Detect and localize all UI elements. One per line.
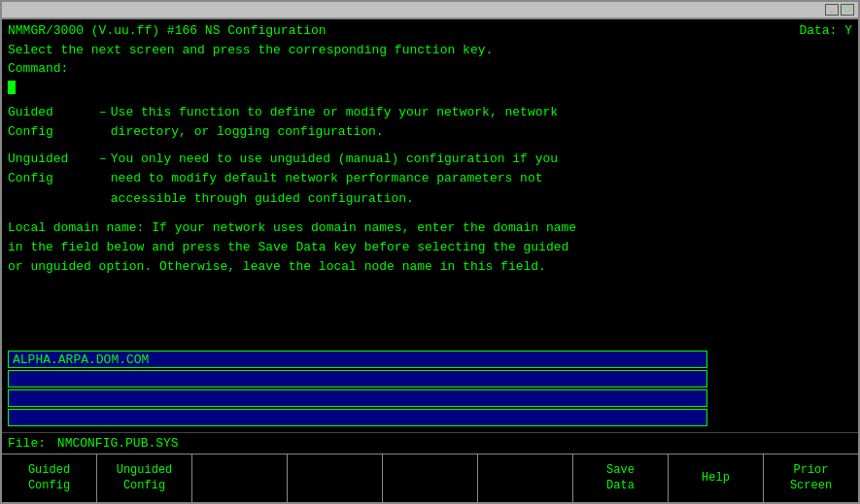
window-chrome: _ □ (2, 2, 858, 19)
minimize-button[interactable]: _ (825, 4, 839, 16)
unguided-dash: – (99, 150, 107, 208)
terminal-content: NMMGR/3000 (V.uu.ff) #166 NS Configurati… (2, 19, 858, 502)
unguided-config-section: Unguided Config – You only need to use u… (8, 150, 852, 208)
fkey8-line1: Help (702, 471, 730, 487)
fkey1-line2: Config (28, 479, 70, 494)
fkey2-line1: Unguided (117, 463, 173, 479)
fkey5-line1 (427, 471, 433, 487)
fkey9-line1: Prior (793, 463, 828, 479)
file-label: File: (8, 436, 46, 451)
fkey-guided-config[interactable]: Guided Config (2, 454, 97, 502)
domain-line2: in the field below and press the Save Da… (8, 238, 852, 257)
fkey-3[interactable] (192, 454, 288, 502)
fkey1-line1: Guided (28, 463, 70, 479)
main-window: _ □ NMMGR/3000 (V.uu.ff) #166 NS Configu… (0, 0, 860, 504)
chrome-buttons: _ □ (825, 4, 854, 16)
app-title: NMMGR/3000 (V.uu.ff) #166 NS Configurati… (8, 21, 327, 41)
title-bar: NMMGR/3000 (V.uu.ff) #166 NS Configurati… (2, 19, 858, 99)
fkey7-line1: Save (606, 463, 635, 479)
domain-name-field[interactable] (8, 351, 707, 368)
fkey4-line1 (331, 471, 338, 487)
fkey6-line1 (522, 471, 529, 487)
fkey2-line2: Config (123, 479, 165, 494)
maximize-button[interactable]: □ (841, 4, 854, 16)
input-fields-area (8, 351, 852, 428)
fkey9-line2: Screen (790, 479, 832, 494)
unguided-label: Unguided Config (8, 150, 95, 208)
domain-section: Local domain name: If your network uses … (8, 218, 852, 277)
domain-line3: or unguided option. Otherwise, leave the… (8, 257, 852, 277)
cursor-line (8, 79, 852, 98)
input-field-4[interactable] (8, 409, 707, 426)
fkey-6[interactable] (478, 454, 573, 502)
guided-dash: – (99, 103, 107, 142)
fkey7-line2: Data (606, 479, 635, 494)
guided-text: Use this function to define or modify yo… (111, 103, 558, 142)
unguided-text: You only need to use unguided (manual) c… (111, 150, 558, 208)
header-line1: Select the next screen and press the cor… (8, 41, 852, 60)
chrome-title (6, 4, 9, 16)
input-field-2[interactable] (8, 370, 707, 387)
fkey-prior-screen[interactable]: Prior Screen (764, 454, 858, 502)
cursor (8, 81, 16, 94)
guided-label: Guided Config (8, 103, 95, 142)
main-text-area: Guided Config – Use this function to def… (2, 99, 858, 343)
input-field-3[interactable] (8, 389, 707, 407)
file-value: NMCONFIG.PUB.SYS (57, 436, 179, 451)
fkey-unguided-config[interactable]: Unguided Config (97, 454, 192, 502)
function-keys-bar: Guided Config Unguided Config Save D (2, 454, 858, 502)
fkey3-line1 (236, 471, 243, 487)
fkey-help[interactable]: Help (669, 454, 764, 502)
domain-line1: Local domain name: If your network uses … (8, 218, 852, 238)
fkey-5[interactable] (383, 454, 478, 502)
command-prompt: Command: (8, 59, 852, 79)
fkey-4[interactable] (288, 454, 383, 502)
guided-config-section: Guided Config – Use this function to def… (8, 103, 852, 142)
file-bar: File: NMCONFIG.PUB.SYS (2, 432, 858, 454)
data-status: Data: Y (799, 21, 852, 41)
fkey-save-data[interactable]: Save Data (573, 454, 669, 502)
